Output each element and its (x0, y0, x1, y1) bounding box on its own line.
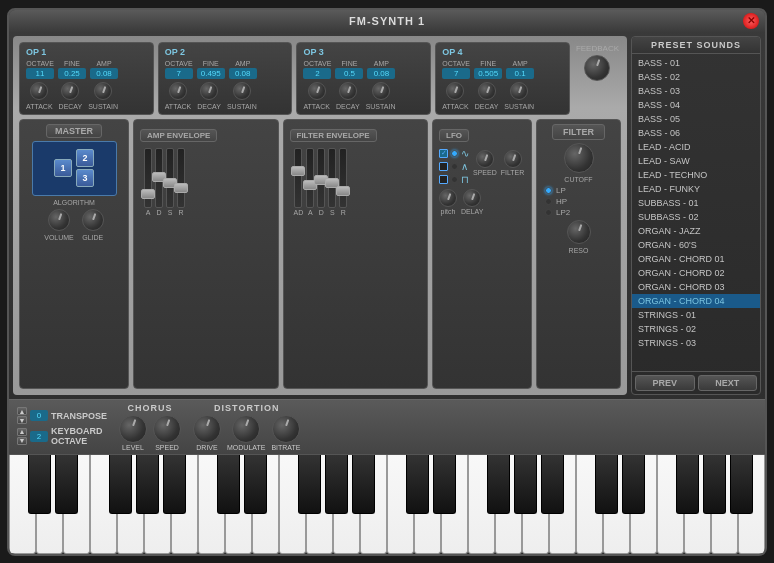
black-key[interactable] (28, 455, 51, 514)
op1-amp-value[interactable]: 0.08 (90, 68, 118, 79)
volume-knob[interactable] (48, 209, 70, 231)
black-key[interactable] (703, 455, 726, 514)
preset-item[interactable]: ORGAN - CHORD 04 (632, 294, 760, 308)
glide-knob[interactable] (82, 209, 104, 231)
lfo-pitch-knob[interactable] (439, 189, 457, 207)
preset-item[interactable]: BASS - 05 (632, 112, 760, 126)
op1-sustain-knob[interactable] (94, 82, 112, 100)
drive-knob[interactable] (193, 415, 221, 443)
preset-item[interactable]: STRINGS - 02 (632, 322, 760, 336)
preset-item[interactable]: BASS - 06 (632, 126, 760, 140)
op4-amp-value[interactable]: 0.1 (506, 68, 534, 79)
lfo-checkbox-0[interactable]: ✓ (439, 149, 448, 158)
lfo-checkbox-2[interactable] (439, 175, 448, 184)
op3-attack-knob[interactable] (308, 82, 326, 100)
preset-item[interactable]: BASS - 02 (632, 70, 760, 84)
op2-attack-knob[interactable] (169, 82, 187, 100)
op4-attack-knob[interactable] (446, 82, 464, 100)
black-key[interactable] (730, 455, 753, 514)
amp-fader-D-track[interactable] (155, 148, 163, 208)
preset-item[interactable]: LEAD - ACID (632, 140, 760, 154)
preset-item[interactable]: ORGAN - CHORD 03 (632, 280, 760, 294)
lfo-checkbox-1[interactable] (439, 162, 448, 171)
chorus-speed-knob[interactable] (153, 415, 181, 443)
preset-item[interactable]: STRINGS - 03 (632, 336, 760, 350)
amp-fader-R-track[interactable] (177, 148, 185, 208)
bitrate-knob[interactable] (272, 415, 300, 443)
preset-item[interactable]: ORGAN - CHORD 02 (632, 266, 760, 280)
modulate-knob[interactable] (232, 415, 260, 443)
filter-button[interactable]: FILTER (552, 124, 605, 140)
octave-down-button[interactable]: ▼ (17, 437, 27, 445)
black-key[interactable] (406, 455, 429, 514)
op2-fine-value[interactable]: 0.495 (197, 68, 225, 79)
op1-octave-value[interactable]: 11 (26, 68, 54, 79)
feedback-knob[interactable] (584, 55, 610, 81)
preset-item[interactable]: ORGAN - JAZZ (632, 224, 760, 238)
reso-knob[interactable] (567, 220, 591, 244)
black-key[interactable] (109, 455, 132, 514)
op1-fine-value[interactable]: 0.25 (58, 68, 86, 79)
octave-up-button[interactable]: ▲ (17, 428, 27, 436)
op3-sustain-knob[interactable] (372, 82, 390, 100)
black-key[interactable] (622, 455, 645, 514)
op1-attack-knob[interactable] (30, 82, 48, 100)
preset-item[interactable]: STRINGS - 01 (632, 308, 760, 322)
op4-sustain-knob[interactable] (510, 82, 528, 100)
next-button[interactable]: NEXT (698, 375, 758, 391)
black-key[interactable] (298, 455, 321, 514)
fe-fader-D-track[interactable] (317, 148, 325, 208)
op2-sustain-knob[interactable] (233, 82, 251, 100)
prev-button[interactable]: PREV (635, 375, 695, 391)
op1-decay-knob[interactable] (61, 82, 79, 100)
black-key[interactable] (676, 455, 699, 514)
op3-amp-value[interactable]: 0.08 (367, 68, 395, 79)
op2-amp-value[interactable]: 0.08 (229, 68, 257, 79)
cutoff-knob[interactable] (564, 143, 594, 173)
preset-item[interactable]: ORGAN - 60'S (632, 238, 760, 252)
transpose-down-button[interactable]: ▼ (17, 416, 27, 424)
lfo-filter-knob[interactable] (504, 150, 522, 168)
op2-decay-knob[interactable] (200, 82, 218, 100)
op3-fine-value[interactable]: 0.5 (335, 68, 363, 79)
fe-fader-AD-track[interactable] (294, 148, 302, 208)
preset-item[interactable]: SUBBASS - 02 (632, 210, 760, 224)
preset-item[interactable]: LEAD - SAW (632, 154, 760, 168)
black-key[interactable] (217, 455, 240, 514)
lfo-speed-knob[interactable] (476, 150, 494, 168)
preset-item[interactable]: BASS - 03 (632, 84, 760, 98)
op4-decay-knob[interactable] (478, 82, 496, 100)
amp-fader-S-track[interactable] (166, 148, 174, 208)
black-key[interactable] (244, 455, 267, 514)
black-key[interactable] (541, 455, 564, 514)
preset-item[interactable]: BASS - 01 (632, 56, 760, 70)
black-key[interactable] (352, 455, 375, 514)
preset-item[interactable]: SUBBASS - 01 (632, 196, 760, 210)
black-key[interactable] (325, 455, 348, 514)
black-key[interactable] (487, 455, 510, 514)
op4-fine-value[interactable]: 0.505 (474, 68, 502, 79)
transpose-up-button[interactable]: ▲ (17, 407, 27, 415)
black-key[interactable] (55, 455, 78, 514)
fe-fader-S-track[interactable] (328, 148, 336, 208)
black-key[interactable] (433, 455, 456, 514)
preset-item[interactable]: BASS - 04 (632, 98, 760, 112)
op4-octave-value[interactable]: 7 (442, 68, 470, 79)
black-key[interactable] (163, 455, 186, 514)
black-key[interactable] (136, 455, 159, 514)
op2-octave-value[interactable]: 7 (165, 68, 193, 79)
amp-fader-A-track[interactable] (144, 148, 152, 208)
black-key[interactable] (514, 455, 537, 514)
preset-item[interactable]: ORGAN - CHORD 01 (632, 252, 760, 266)
fe-fader-A-track[interactable] (306, 148, 314, 208)
black-key[interactable] (595, 455, 618, 514)
op3-decay-knob[interactable] (339, 82, 357, 100)
glide-group: GLIDE (82, 209, 104, 241)
close-button[interactable]: ✕ (743, 13, 759, 29)
fe-fader-R-track[interactable] (339, 148, 347, 208)
lfo-delay-knob[interactable] (463, 189, 481, 207)
chorus-level-knob[interactable] (119, 415, 147, 443)
preset-item[interactable]: LEAD - TECHNO (632, 168, 760, 182)
op3-octave-value[interactable]: 2 (303, 68, 331, 79)
preset-item[interactable]: LEAD - FUNKY (632, 182, 760, 196)
